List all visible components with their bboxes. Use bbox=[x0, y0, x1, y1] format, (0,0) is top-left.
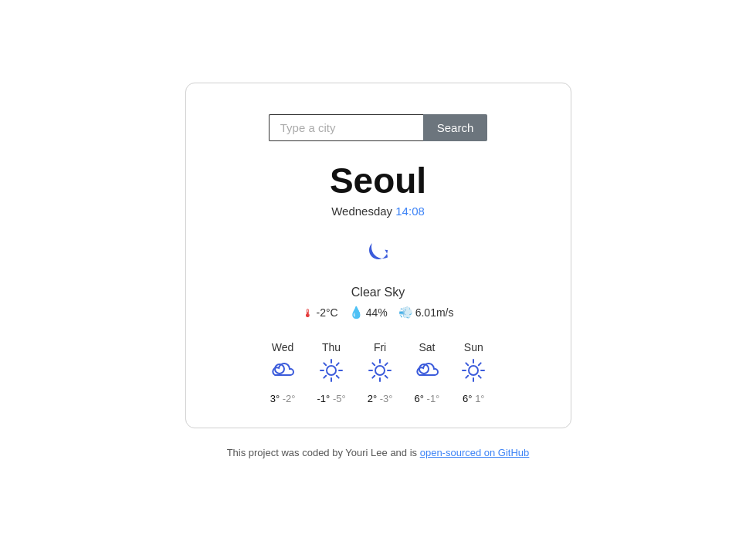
svg-line-9 bbox=[324, 376, 326, 378]
search-row: Search bbox=[209, 114, 548, 141]
svg-point-20 bbox=[469, 366, 478, 375]
forecast-icon bbox=[461, 358, 486, 388]
forecast-day-wed: Wed 3° -2° bbox=[270, 341, 296, 404]
svg-line-17 bbox=[385, 363, 388, 365]
svg-line-16 bbox=[385, 376, 388, 378]
svg-point-10 bbox=[375, 366, 385, 375]
forecast-day-label: Fri bbox=[374, 341, 386, 353]
wind-value: 6.01m/s bbox=[415, 306, 454, 319]
thermometer-icon: 🌡 bbox=[302, 306, 314, 320]
day-label: Wednesday bbox=[331, 205, 392, 218]
svg-line-6 bbox=[324, 363, 326, 365]
forecast-temps: 6° -1° bbox=[414, 393, 439, 404]
forecast-day-label: Thu bbox=[322, 341, 341, 353]
weather-condition: Clear Sky bbox=[351, 286, 405, 299]
time-label: 14:08 bbox=[395, 205, 425, 218]
humidity-value: 44% bbox=[366, 306, 388, 319]
weather-details: 🌡 -2°C 💧 44% 💨 6.01m/s bbox=[302, 306, 453, 320]
humidity-detail: 💧 44% bbox=[349, 306, 388, 320]
temperature-detail: 🌡 -2°C bbox=[302, 306, 337, 320]
svg-line-27 bbox=[479, 363, 481, 365]
current-weather-icon bbox=[358, 230, 398, 279]
forecast-day-label: Sun bbox=[464, 341, 483, 353]
forecast-day-sat: Sat 6° -1° bbox=[414, 341, 439, 404]
svg-line-28 bbox=[466, 376, 469, 378]
forecast-day-label: Wed bbox=[272, 341, 294, 353]
forecast-temps: -1° -5° bbox=[317, 393, 346, 404]
temperature-value: -2°C bbox=[316, 306, 337, 319]
forecast-icon bbox=[415, 358, 439, 388]
humidity-icon: 💧 bbox=[349, 306, 364, 320]
forecast-day-thu: Thu -1° -5° bbox=[317, 341, 346, 404]
forecast-day-label: Sat bbox=[419, 341, 435, 353]
forecast-icon bbox=[319, 358, 344, 388]
forecast-day-sun: Sun 6° 1° bbox=[461, 341, 486, 404]
forecast-temps: 3° -2° bbox=[270, 393, 296, 404]
forecast-icon bbox=[368, 358, 392, 388]
search-input[interactable] bbox=[269, 114, 423, 141]
forecast-temps: 6° 1° bbox=[463, 393, 485, 404]
search-button[interactable]: Search bbox=[423, 114, 488, 141]
footer-text: This project was coded by Youri Lee and … bbox=[227, 447, 420, 458]
forecast-day-fri: Fri 2° -3° bbox=[368, 341, 393, 404]
forecast-temps: 2° -3° bbox=[368, 393, 393, 404]
svg-line-8 bbox=[337, 363, 339, 365]
weather-card: Search Seoul Wednesday 14:08 Clear Sky 🌡… bbox=[185, 83, 571, 428]
city-name: Seoul bbox=[330, 160, 426, 201]
svg-line-15 bbox=[372, 363, 375, 365]
svg-line-18 bbox=[372, 376, 375, 378]
svg-point-1 bbox=[327, 366, 336, 375]
wind-icon: 💨 bbox=[398, 306, 413, 320]
svg-line-25 bbox=[466, 363, 469, 365]
footer: This project was coded by Youri Lee and … bbox=[227, 447, 530, 458]
svg-line-7 bbox=[337, 376, 339, 378]
svg-line-26 bbox=[479, 376, 481, 378]
github-link[interactable]: open-sourced on GitHub bbox=[420, 447, 530, 458]
wind-detail: 💨 6.01m/s bbox=[398, 306, 454, 320]
datetime: Wednesday 14:08 bbox=[331, 205, 425, 218]
forecast-icon bbox=[270, 358, 295, 388]
forecast-row: Wed 3° -2° Thu -1° -5° Fri bbox=[209, 341, 548, 404]
